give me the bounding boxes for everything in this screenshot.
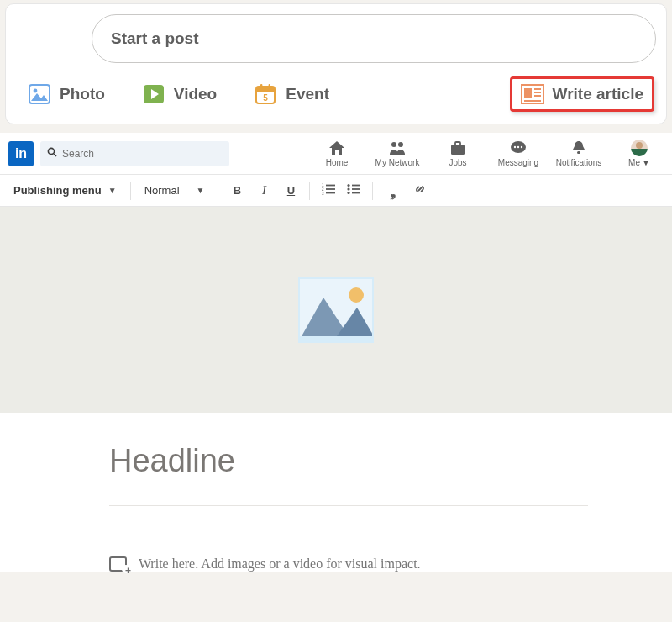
svg-rect-9 <box>524 88 532 98</box>
photo-icon <box>28 82 51 106</box>
svg-point-16 <box>391 142 396 147</box>
image-placeholder-icon <box>298 277 374 343</box>
video-icon <box>142 82 165 106</box>
global-nav: in Home My Network Jobs Messaging <box>0 133 672 175</box>
svg-rect-4 <box>256 87 275 92</box>
avatar-icon <box>631 140 648 156</box>
bold-button[interactable]: B <box>227 184 247 197</box>
svg-point-22 <box>517 146 519 148</box>
nav-notifications-label: Notifications <box>556 158 601 167</box>
svg-point-31 <box>348 184 350 187</box>
italic-button[interactable]: I <box>254 183 274 198</box>
share-actions: Photo Video 5 Event Write article <box>16 75 656 120</box>
unordered-list-button[interactable] <box>344 183 364 198</box>
editor-toolbar: Publishing menu ▼ Normal ▼ B I U 123 <box>0 175 672 207</box>
nav-jobs-label: Jobs <box>449 158 466 167</box>
svg-line-15 <box>54 154 56 156</box>
start-post-input[interactable]: Start a post <box>92 14 656 63</box>
publishing-menu-label: Publishing menu <box>13 184 102 197</box>
nav-me-label: Me <box>628 158 640 167</box>
nav-jobs[interactable]: Jobs <box>433 140 482 167</box>
svg-point-35 <box>348 192 350 194</box>
cover-image-area[interactable] <box>0 207 672 413</box>
article-icon <box>521 82 544 106</box>
share-event-button[interactable]: 5 Event <box>247 76 336 112</box>
separator <box>130 182 131 200</box>
headline-placeholder: Headline <box>109 443 235 478</box>
svg-rect-24 <box>577 151 580 154</box>
share-photo-label: Photo <box>60 85 105 103</box>
article-body: Headline <box>0 413 672 572</box>
search-icon <box>47 147 57 160</box>
svg-rect-19 <box>455 142 460 145</box>
link-button[interactable] <box>410 182 430 198</box>
nav-network[interactable]: My Network <box>373 140 422 167</box>
separator <box>309 182 310 200</box>
nav-notifications[interactable]: Notifications <box>554 140 603 167</box>
nav-network-label: My Network <box>375 158 420 167</box>
nav-me[interactable]: Me▼ <box>615 140 664 167</box>
caret-down-icon: ▼ <box>197 186 205 195</box>
svg-text:5: 5 <box>263 93 268 103</box>
caret-down-icon: ▼ <box>108 186 117 195</box>
nav-messaging-label: Messaging <box>498 158 538 167</box>
article-body-input[interactable] <box>139 556 588 572</box>
start-post-placeholder: Start a post <box>111 29 199 48</box>
bell-icon <box>571 140 586 156</box>
svg-point-17 <box>398 142 403 147</box>
text-style-label: Normal <box>144 184 180 197</box>
add-media-button[interactable] <box>109 556 127 572</box>
share-box: Start a post Photo Video 5 Event Write a… <box>5 3 667 124</box>
share-event-label: Event <box>286 85 329 103</box>
network-icon <box>389 140 406 156</box>
svg-text:3: 3 <box>322 192 324 195</box>
text-style-dropdown[interactable]: Normal ▼ <box>139 181 210 200</box>
share-photo-button[interactable]: Photo <box>21 76 112 112</box>
nav-messaging[interactable]: Messaging <box>494 140 543 167</box>
share-write-article-label: Write article <box>553 85 643 103</box>
svg-point-23 <box>521 146 522 148</box>
svg-point-21 <box>514 146 516 148</box>
underline-button[interactable]: U <box>281 184 301 197</box>
ordered-list-button[interactable]: 123 <box>318 183 339 198</box>
blockquote-button[interactable]: ,, <box>381 186 402 196</box>
nav-home-label: Home <box>326 158 349 167</box>
svg-point-1 <box>34 89 38 93</box>
nav-items: Home My Network Jobs Messaging Notificat… <box>312 140 664 167</box>
share-video-label: Video <box>174 85 217 103</box>
search-box[interactable] <box>40 141 229 166</box>
caret-down-icon: ▼ <box>642 158 650 167</box>
separator <box>218 182 218 200</box>
home-icon <box>328 140 345 156</box>
share-write-article-button[interactable]: Write article <box>510 76 654 112</box>
separator <box>372 182 373 200</box>
headline-input[interactable]: Headline <box>109 438 588 488</box>
svg-point-33 <box>348 187 350 190</box>
divider <box>109 505 588 506</box>
share-video-button[interactable]: Video <box>135 76 223 112</box>
search-input[interactable] <box>62 148 223 160</box>
article-editor: in Home My Network Jobs Messaging <box>0 133 672 572</box>
svg-rect-5 <box>260 84 262 89</box>
publishing-menu-dropdown[interactable]: Publishing menu ▼ <box>8 181 122 200</box>
nav-home[interactable]: Home <box>312 140 361 167</box>
event-icon: 5 <box>254 82 277 106</box>
svg-rect-6 <box>269 84 270 89</box>
linkedin-logo[interactable]: in <box>8 141 34 166</box>
svg-point-14 <box>48 148 54 154</box>
jobs-icon <box>449 140 466 156</box>
messaging-icon <box>510 140 527 156</box>
